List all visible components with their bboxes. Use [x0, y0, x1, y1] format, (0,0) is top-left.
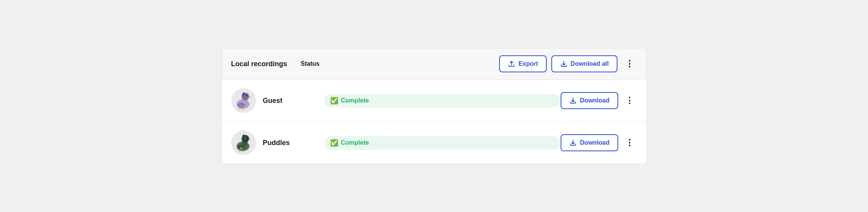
svg-point-14: [247, 137, 247, 138]
header-row: Local recordings Status Export Download …: [222, 48, 646, 80]
svg-point-3: [241, 93, 249, 101]
svg-point-4: [246, 94, 248, 96]
status-column-header: Status: [301, 60, 500, 67]
status-badge-puddles: ✅ Complete: [324, 136, 561, 150]
download-icon-puddles: [569, 139, 577, 147]
duck-dark-icon: [232, 131, 255, 154]
row-more-button-puddles[interactable]: ⋮: [622, 135, 637, 150]
svg-point-7: [242, 92, 244, 94]
download-all-button[interactable]: Download all: [551, 55, 617, 72]
check-icon-puddles: ✅: [330, 139, 338, 147]
header-more-button[interactable]: ⋮: [622, 56, 637, 71]
row-actions-puddles: Download ⋮: [561, 134, 637, 151]
panel-title: Local recordings: [231, 60, 301, 68]
download-button-guest[interactable]: Download: [561, 92, 618, 109]
svg-point-5: [247, 95, 247, 96]
download-icon-guest: [569, 97, 577, 104]
export-icon: [508, 60, 515, 68]
status-text-puddles: Complete: [341, 139, 369, 146]
row-actions-guest: Download ⋮: [561, 92, 637, 109]
recording-name-puddles: Puddles: [263, 139, 313, 147]
recording-row-guest: Guest ✅ Complete Download ⋮: [222, 80, 646, 122]
header-actions: Export Download all ⋮: [499, 55, 637, 72]
svg-point-13: [246, 137, 248, 138]
duck-light-icon: [232, 89, 255, 112]
svg-point-17: [239, 147, 243, 150]
row-more-button-guest[interactable]: ⋮: [622, 93, 637, 108]
svg-point-16: [242, 135, 244, 137]
local-recordings-panel: Local recordings Status Export Download …: [222, 48, 647, 164]
download-all-icon: [560, 60, 568, 68]
download-button-puddles[interactable]: Download: [561, 134, 618, 151]
export-button[interactable]: Export: [499, 55, 547, 72]
check-icon-guest: ✅: [330, 97, 338, 105]
recording-name-guest: Guest: [263, 97, 313, 105]
status-text-guest: Complete: [341, 97, 369, 104]
avatar-puddles: [231, 130, 256, 155]
status-badge-guest: ✅ Complete: [324, 94, 561, 108]
recording-row-puddles: Puddles ✅ Complete Download ⋮: [222, 122, 646, 164]
avatar-guest: [231, 88, 256, 113]
